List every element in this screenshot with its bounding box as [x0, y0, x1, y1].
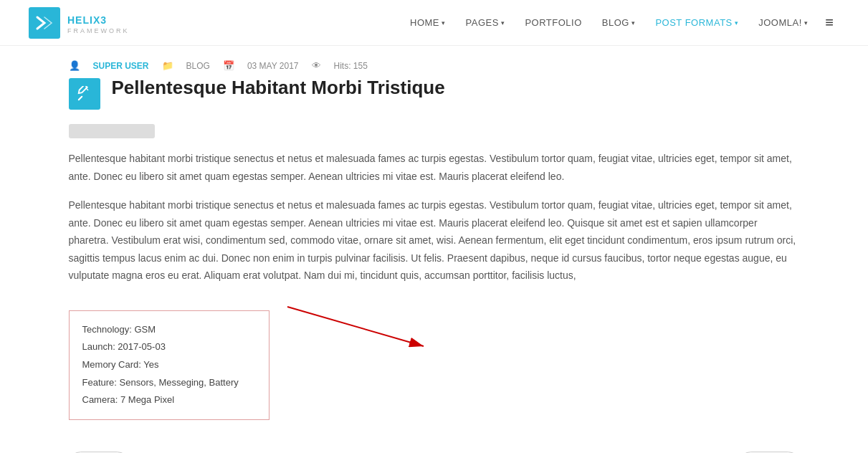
- meta-folder-icon: 📁: [162, 60, 173, 71]
- article-body: Pellentesque habitant morbi tristique se…: [69, 150, 800, 285]
- nav-links: HOME ▾ PAGES ▾ PORTFOLIO BLOG ▾ POST FOR…: [401, 9, 839, 37]
- meta-category: BLOG: [186, 61, 210, 71]
- nav-portfolio[interactable]: PORTFOLIO: [516, 11, 590, 34]
- joomla-arrow: ▾: [804, 19, 809, 27]
- logo-superscript: 3: [100, 14, 107, 26]
- annotation-arrow: [280, 300, 467, 357]
- meta-user-icon: 👤: [69, 60, 80, 71]
- svg-line-0: [78, 97, 82, 100]
- meta-eye-icon: 👁: [312, 60, 321, 71]
- body-paragraph-1: Pellentesque habitant morbi tristique se…: [69, 150, 800, 185]
- specs-wrapper: Technology: GSM Launch: 2017-05-03 Memor…: [69, 296, 800, 434]
- body-paragraph-2: Pellentesque habitant morbi tristique se…: [69, 196, 800, 285]
- nav-home[interactable]: HOME ▾: [401, 11, 454, 34]
- content-area: 👤 SUPER USER 📁 BLOG 📅 03 MAY 2017 👁 Hits…: [40, 46, 829, 453]
- specs-box: Technology: GSM Launch: 2017-05-03 Memor…: [69, 310, 270, 420]
- article-title: Pellentesque Habitant Morbi Tristique: [112, 77, 445, 99]
- spec-memory: Memory Card: Yes: [82, 356, 256, 374]
- logo-name: HELIX: [67, 14, 100, 26]
- logo-svg: [34, 13, 54, 33]
- logo: HELIX3 FRAMEWORK: [29, 7, 130, 39]
- logo-text: HELIX3 FRAMEWORK: [67, 11, 130, 34]
- svg-line-2: [287, 307, 424, 346]
- post-formats-arrow: ▾: [735, 19, 739, 27]
- blog-arrow: ▾: [631, 19, 636, 27]
- logo-subtitle: FRAMEWORK: [67, 28, 130, 34]
- article-title-row: Pellentesque Habitant Morbi Tristique: [69, 77, 800, 110]
- pages-arrow: ▾: [501, 19, 505, 27]
- nav-pages[interactable]: PAGES ▾: [457, 11, 514, 34]
- spec-camera: Camera: 7 Mega Pixel: [82, 391, 256, 409]
- hamburger-icon[interactable]: ≡: [819, 9, 839, 37]
- spec-feature: Feature: Sensors, Messeging, Battery: [82, 374, 256, 392]
- logo-title: HELIX3: [67, 11, 130, 27]
- article-meta: 👤 SUPER USER 📁 BLOG 📅 03 MAY 2017 👁 Hits…: [69, 60, 800, 71]
- navbar: HELIX3 FRAMEWORK HOME ▾ PAGES ▾ PORTFOLI…: [0, 0, 868, 46]
- meta-author[interactable]: SUPER USER: [93, 61, 149, 71]
- logo-icon: [29, 7, 60, 39]
- spec-launch: Launch: 2017-05-03: [82, 338, 256, 356]
- placeholder-image: [69, 124, 155, 138]
- spec-technology: Technology: GSM: [82, 321, 256, 339]
- meta-calendar-icon: 📅: [223, 60, 234, 71]
- pin-icon-box: [69, 78, 100, 110]
- pin-icon: [77, 86, 92, 102]
- nav-blog[interactable]: BLOG ▾: [593, 11, 644, 34]
- home-arrow: ▾: [442, 19, 446, 27]
- nav-joomla[interactable]: JOOMLA! ▾: [750, 11, 816, 34]
- meta-date: 03 MAY 2017: [247, 61, 299, 71]
- meta-hits: Hits: 155: [334, 61, 368, 71]
- nav-post-formats[interactable]: POST FORMATS ▾: [647, 11, 747, 34]
